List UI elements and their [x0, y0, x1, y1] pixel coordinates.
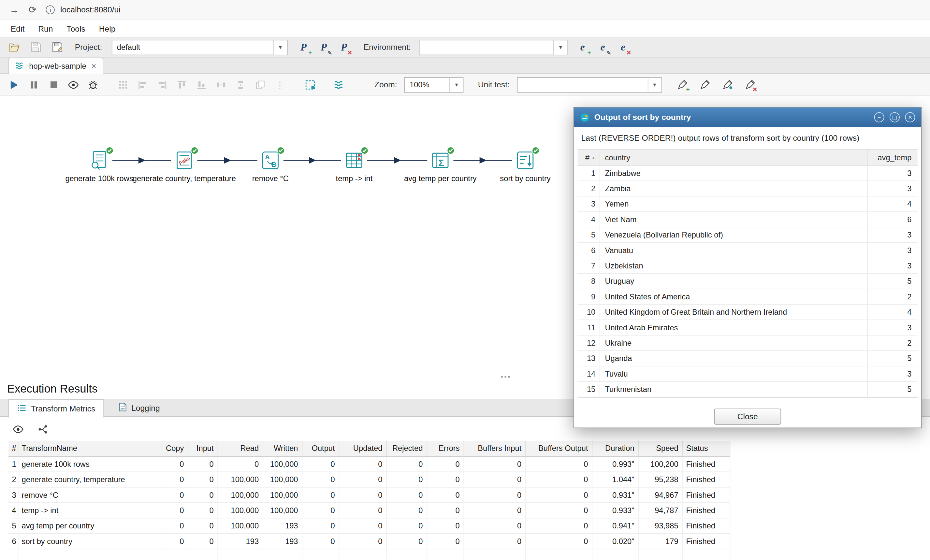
add-project-button[interactable]: P +: [296, 39, 311, 55]
preview-icon[interactable]: [67, 77, 79, 92]
metrics-cell: 100,000: [217, 518, 263, 533]
reload-icon[interactable]: ⟳: [29, 4, 37, 15]
environment-select[interactable]: ▾: [419, 39, 568, 55]
dialog-row[interactable]: 3Yemen4: [578, 197, 918, 212]
dialog-row[interactable]: 12Ukraine2: [578, 335, 918, 351]
metrics-cell: 0.941": [592, 518, 638, 533]
metrics-cell: 0: [162, 471, 188, 487]
tab-label: hop-web-sample: [29, 62, 86, 71]
unit-test-delete-icon[interactable]: ✕: [744, 77, 757, 92]
menu-item-run[interactable]: Run: [36, 23, 55, 34]
metrics-cell: generate 100k rows: [18, 456, 162, 471]
metrics-row[interactable]: 2generate country, temperature00100,0001…: [8, 471, 730, 487]
metrics-row[interactable]: 1generate 100k rows000100,0000000000.993…: [8, 456, 730, 471]
metrics-cell: 193: [263, 518, 302, 533]
dialog-row[interactable]: 7Uzbekistan3: [578, 258, 918, 274]
edit-environment-button[interactable]: e ✎: [595, 39, 610, 55]
metrics-row[interactable]: 3remove °C00100,000100,0000000000.931"94…: [8, 487, 730, 502]
eye-icon[interactable]: [11, 421, 25, 437]
metrics-column-header: Status: [682, 441, 730, 456]
dialog-row[interactable]: 6Vanuatu3: [578, 243, 918, 258]
metrics-cell: 100,000: [263, 487, 302, 502]
run-icon[interactable]: [8, 77, 20, 92]
dialog-table-body: 1Zimbabwe32Zambia33Yemen44Viet Nam65Vene…: [578, 166, 918, 397]
avg-temp-cell: 3: [868, 166, 918, 181]
address-bar[interactable]: i localhost:8080/ui: [46, 5, 120, 14]
tab-logging[interactable]: Logging: [111, 399, 168, 417]
dialog-row[interactable]: 14Tuvalu3: [578, 366, 918, 382]
dialog-row[interactable]: 11United Arab Emirates3: [578, 320, 918, 335]
metrics-column-header: Output: [302, 441, 339, 456]
metrics-row[interactable]: 6sort by country001931930000000.020"179F…: [8, 533, 730, 549]
unit-test-select[interactable]: ▾: [517, 77, 662, 92]
open-file-icon[interactable]: [7, 39, 22, 55]
chevron-down-icon[interactable]: ▾: [273, 40, 287, 54]
row-index: 5: [578, 228, 600, 242]
country-cell: Uruguay: [600, 274, 868, 289]
project-select[interactable]: default ▾: [111, 39, 287, 55]
edit-project-button[interactable]: P ✎: [316, 39, 331, 55]
hop-logo-icon: [580, 112, 590, 122]
tab-hop-web-sample[interactable]: hop-web-sample ✕: [8, 58, 104, 74]
column-header-country[interactable]: country: [600, 149, 868, 165]
select-mode-icon[interactable]: [304, 77, 316, 92]
delete-project-button[interactable]: P ✕: [336, 39, 352, 55]
metrics-row[interactable]: 5avg temp per country00100,0001930000000…: [8, 518, 730, 533]
chevron-down-icon[interactable]: ▾: [553, 40, 567, 54]
unit-test-detach-icon[interactable]: [721, 77, 734, 92]
menu-item-tools[interactable]: Tools: [64, 23, 88, 34]
stop-icon[interactable]: [48, 77, 59, 92]
metrics-cell: 0: [463, 487, 525, 502]
debug-icon[interactable]: [87, 77, 99, 92]
zoom-select[interactable]: 100% ▾: [404, 77, 464, 92]
hop-pipeline-icon[interactable]: [333, 77, 345, 92]
forward-icon[interactable]: →: [9, 5, 19, 15]
execution-results-title: Execution Results: [7, 383, 97, 395]
menu-bar: EditRunToolsHelp: [0, 20, 930, 37]
dialog-row[interactable]: 15Turkmenistan5: [578, 382, 918, 397]
metrics-cell: 0: [427, 487, 463, 502]
dialog-row[interactable]: 2Zambia3: [578, 181, 918, 197]
dialog-row[interactable]: 8Uruguay5: [578, 274, 918, 289]
metrics-cell: 93,985: [638, 518, 682, 533]
tab-transform-metrics[interactable]: Transform Metrics: [8, 399, 104, 418]
menu-item-edit[interactable]: Edit: [8, 23, 27, 34]
pause-icon[interactable]: [28, 77, 40, 92]
delete-environment-button[interactable]: e ✕: [615, 39, 631, 55]
metrics-cell: 0: [463, 502, 525, 518]
unit-test-edit-icon[interactable]: [699, 77, 712, 92]
avg-temp-cell: 5: [868, 382, 918, 397]
chevron-down-icon[interactable]: ▾: [450, 77, 463, 92]
menu-item-help[interactable]: Help: [97, 23, 118, 34]
info-icon[interactable]: i: [46, 5, 55, 14]
column-header-avg-temp[interactable]: avg_temp: [868, 149, 918, 165]
row-index: 9: [578, 289, 600, 304]
add-environment-button[interactable]: e +: [575, 39, 590, 55]
dialog-titlebar[interactable]: Output of sort by country − ▢ ✕: [574, 108, 921, 127]
dialog-row[interactable]: 1Zimbabwe3: [578, 166, 918, 181]
country-cell: Zambia: [600, 181, 868, 196]
metrics-cell: 0: [525, 533, 592, 549]
dialog-row[interactable]: 9United States of America2: [578, 289, 918, 305]
close-icon[interactable]: ✕: [905, 112, 915, 123]
dialog-row[interactable]: 5Venezuela (Bolivarian Republic of)3: [578, 228, 918, 243]
minimize-icon[interactable]: −: [874, 112, 884, 123]
metrics-row[interactable]: 4temp -> int00100,000100,0000000000.933"…: [8, 502, 730, 518]
chevron-down-icon[interactable]: ▾: [647, 77, 661, 92]
dialog-row[interactable]: 13Uganda5: [578, 351, 918, 366]
metrics-cell: temp -> int: [18, 502, 162, 518]
splitter-handle[interactable]: [501, 376, 510, 378]
dialog-row[interactable]: 10United Kingdom of Great Britain and No…: [578, 305, 918, 320]
unit-test-create-icon[interactable]: +: [676, 77, 689, 92]
avg-temp-cell: 5: [868, 274, 918, 289]
dialog-row[interactable]: 4Viet Nam6: [578, 212, 918, 228]
close-button[interactable]: Close: [714, 409, 781, 425]
save-as-icon[interactable]: [50, 39, 64, 55]
branch-icon[interactable]: [35, 421, 50, 437]
close-tab-icon[interactable]: ✕: [91, 62, 97, 70]
country-cell: United States of America: [600, 289, 868, 304]
maximize-icon[interactable]: ▢: [890, 112, 900, 123]
metrics-cell: 0: [525, 487, 592, 502]
column-header-index[interactable]: #▲: [578, 149, 600, 165]
metrics-cell: 0: [525, 502, 592, 518]
